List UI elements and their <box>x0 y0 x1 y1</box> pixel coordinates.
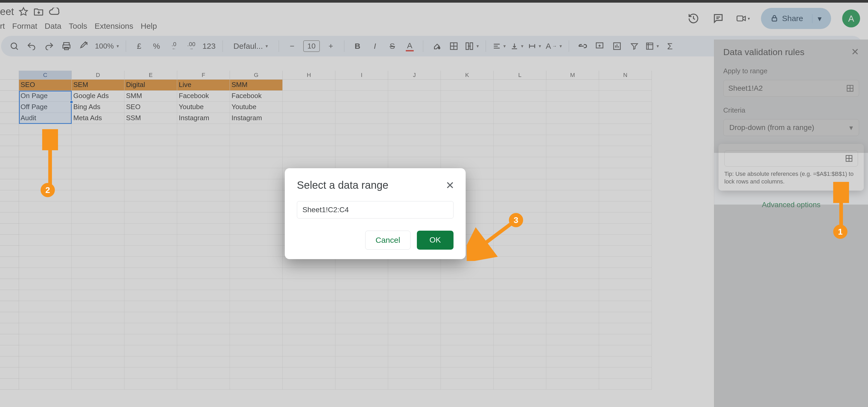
apply-to-range-field[interactable]: Sheet1!A2 <box>723 80 859 97</box>
text-color-button[interactable]: A <box>403 40 416 53</box>
currency-button[interactable]: £ <box>133 40 146 53</box>
font-family-dropdown[interactable]: Defaul... <box>230 40 272 53</box>
cell[interactable]: Audit <box>19 113 72 124</box>
close-icon[interactable]: ✕ <box>445 179 455 191</box>
cell[interactable] <box>599 80 652 91</box>
cell[interactable] <box>546 80 599 91</box>
italic-button[interactable]: I <box>369 40 381 53</box>
redo-icon[interactable] <box>43 40 55 53</box>
col-header[interactable]: K <box>441 71 494 80</box>
cell[interactable] <box>335 113 388 124</box>
menu-extensions[interactable]: Extensions <box>95 22 133 31</box>
horizontal-align-button[interactable] <box>493 40 506 53</box>
menu-format[interactable]: Format <box>12 22 37 31</box>
cell[interactable] <box>599 102 652 113</box>
font-size-input[interactable]: 10 <box>303 40 320 52</box>
decrease-decimal-button[interactable]: .0← <box>168 40 180 53</box>
share-dropdown-icon[interactable]: ▾ <box>812 14 822 23</box>
cell[interactable]: SEO <box>19 80 72 91</box>
cell[interactable]: SMM <box>124 91 177 102</box>
vertical-align-button[interactable] <box>510 40 523 53</box>
cell[interactable] <box>441 113 494 124</box>
cell[interactable] <box>283 102 335 113</box>
cell[interactable] <box>441 80 494 91</box>
cell[interactable]: Digital <box>124 80 177 91</box>
col-header[interactable]: H <box>283 71 335 80</box>
cell[interactable]: Off Page <box>19 102 72 113</box>
source-range-field[interactable] <box>724 150 858 166</box>
cell[interactable]: On Page <box>19 91 72 102</box>
cell[interactable]: Meta Ads <box>72 113 124 124</box>
cell[interactable] <box>388 80 441 91</box>
insert-link-icon[interactable] <box>576 40 589 53</box>
functions-icon[interactable]: Σ <box>664 40 676 53</box>
col-header[interactable]: D <box>72 71 124 80</box>
cell[interactable]: SEO <box>124 102 177 113</box>
borders-button[interactable] <box>447 40 460 53</box>
cell[interactable] <box>441 91 494 102</box>
cell[interactable]: Instagram <box>230 113 283 124</box>
cell[interactable] <box>494 102 546 113</box>
col-header[interactable]: F <box>177 71 230 80</box>
filter-icon[interactable] <box>628 40 641 53</box>
close-icon[interactable]: ✕ <box>851 46 859 58</box>
menu-insert[interactable]: rt <box>0 22 5 31</box>
share-button[interactable]: Share ▾ <box>761 8 831 29</box>
criteria-dropdown[interactable]: Drop-down (from a range) <box>723 119 859 136</box>
col-header[interactable]: I <box>335 71 388 80</box>
cell[interactable] <box>283 113 335 124</box>
increase-decimal-button[interactable]: .00→ <box>185 40 198 53</box>
search-menu-icon[interactable] <box>8 40 21 53</box>
text-wrap-button[interactable] <box>528 40 541 53</box>
range-picker-icon[interactable] <box>846 84 854 92</box>
text-rotation-button[interactable]: A→ <box>546 40 562 53</box>
cell[interactable]: SSM <box>124 113 177 124</box>
cell[interactable] <box>335 102 388 113</box>
cell[interactable] <box>494 80 546 91</box>
cell[interactable] <box>599 91 652 102</box>
advanced-options-link[interactable]: Advanced options <box>723 200 859 209</box>
fill-color-button[interactable] <box>430 40 443 53</box>
cell[interactable]: Youtube <box>177 102 230 113</box>
cell[interactable] <box>283 91 335 102</box>
history-icon[interactable] <box>687 11 700 25</box>
move-folder-icon[interactable] <box>33 6 44 18</box>
filter-views-icon[interactable] <box>646 40 659 53</box>
col-header[interactable]: N <box>599 71 652 80</box>
merge-cells-button[interactable] <box>465 40 479 53</box>
cell[interactable]: SMM <box>230 80 283 91</box>
col-header[interactable]: M <box>546 71 599 80</box>
col-header[interactable]: E <box>124 71 177 80</box>
cell[interactable]: Google Ads <box>72 91 124 102</box>
cell[interactable]: Facebook <box>177 91 230 102</box>
cell[interactable] <box>494 113 546 124</box>
range-picker-icon[interactable] <box>845 154 853 162</box>
cell[interactable] <box>388 102 441 113</box>
cell[interactable]: Facebook <box>230 91 283 102</box>
zoom-dropdown[interactable]: 100% <box>95 40 119 53</box>
decrease-font-icon[interactable]: − <box>286 40 299 53</box>
cell[interactable]: Instagram <box>177 113 230 124</box>
menu-data[interactable]: Data <box>44 22 61 31</box>
avatar[interactable]: A <box>842 9 860 27</box>
cell[interactable] <box>599 113 652 124</box>
increase-font-icon[interactable]: + <box>324 40 337 53</box>
cell[interactable]: Bing Ads <box>72 102 124 113</box>
cell[interactable] <box>388 113 441 124</box>
percent-button[interactable]: % <box>150 40 163 53</box>
insert-chart-icon[interactable] <box>611 40 623 53</box>
cancel-button[interactable]: Cancel <box>365 231 410 250</box>
cell[interactable] <box>388 91 441 102</box>
print-icon[interactable] <box>60 40 73 53</box>
col-header[interactable]: J <box>388 71 441 80</box>
cell[interactable] <box>546 91 599 102</box>
comments-icon[interactable] <box>711 11 725 25</box>
cell[interactable]: Youtube <box>230 102 283 113</box>
undo-icon[interactable] <box>25 40 38 53</box>
cloud-status-icon[interactable] <box>48 6 60 18</box>
range-input[interactable]: Sheet1!C2:C4 <box>297 201 454 219</box>
cell[interactable] <box>441 102 494 113</box>
ok-button[interactable]: OK <box>417 231 454 250</box>
cell[interactable]: SEM <box>72 80 124 91</box>
bold-button[interactable]: B <box>351 40 364 53</box>
